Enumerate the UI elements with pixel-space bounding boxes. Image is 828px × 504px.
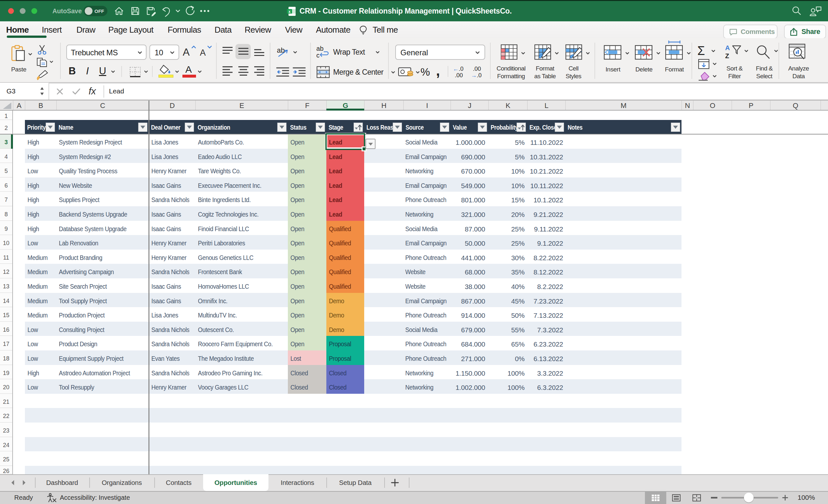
svg-text:ab: ab [316, 46, 323, 52]
svg-text:Z: Z [725, 52, 729, 59]
svg-text:c: c [316, 52, 320, 58]
svg-text:x: x [289, 9, 291, 14]
svg-text:A: A [725, 44, 730, 51]
